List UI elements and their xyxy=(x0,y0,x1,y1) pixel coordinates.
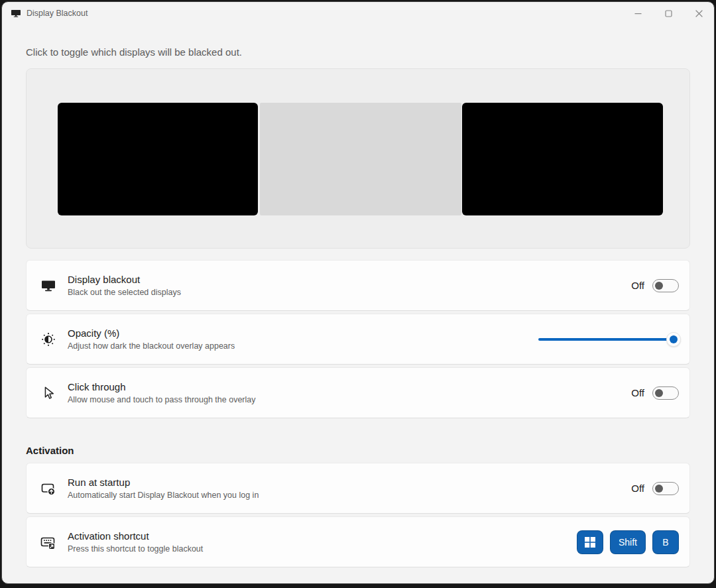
setting-text: Opacity (%) Adjust how dark the blackout… xyxy=(68,327,538,351)
brightness-icon xyxy=(40,331,57,347)
monitor-2[interactable] xyxy=(260,103,461,215)
setting-card-run-at-startup: Run at startup Automatically start Displ… xyxy=(26,463,690,514)
monitor-1[interactable] xyxy=(58,103,258,215)
close-icon xyxy=(695,10,703,17)
display-picker-panel xyxy=(26,68,690,249)
keyboard-shortcut-icon xyxy=(40,534,57,550)
cursor-icon xyxy=(40,385,57,401)
slider-thumb[interactable] xyxy=(666,332,681,347)
app-monitor-icon xyxy=(11,8,21,19)
setting-card-opacity: Opacity (%) Adjust how dark the blackout… xyxy=(26,314,690,365)
setting-subtitle: Adjust how dark the blackout overlay app… xyxy=(68,341,538,351)
window-title: Display Blackout xyxy=(27,9,88,18)
setting-control: Off xyxy=(631,279,679,292)
setting-control xyxy=(538,331,679,348)
startup-icon xyxy=(40,481,57,497)
display-blackout-toggle[interactable] xyxy=(652,279,679,292)
toggle-knob xyxy=(655,282,663,290)
instruction-text: Click to toggle which displays will be b… xyxy=(26,46,690,58)
click-through-toggle[interactable] xyxy=(652,386,679,400)
setting-subtitle: Allow mouse and touch to pass through th… xyxy=(68,395,631,404)
setting-title: Display blackout xyxy=(68,274,631,285)
setting-card-activation-shortcut: Activation shortcut Press this shortcut … xyxy=(26,516,690,567)
minimize-button[interactable] xyxy=(623,2,653,25)
toggle-state-label: Off xyxy=(631,387,644,398)
setting-control: Shift B xyxy=(577,530,679,554)
run-at-startup-toggle[interactable] xyxy=(652,482,679,495)
settings-card-list: Display blackout Black out the selected … xyxy=(26,260,690,418)
maximize-button[interactable] xyxy=(653,2,684,25)
shortcut-key-b[interactable]: B xyxy=(652,530,679,554)
setting-title: Click through xyxy=(68,381,631,392)
toggle-knob xyxy=(655,389,663,397)
app-window: Display Blackout Click to toggle which d… xyxy=(1,1,715,584)
opacity-slider[interactable] xyxy=(538,331,679,348)
setting-title: Activation shortcut xyxy=(68,530,577,542)
setting-text: Activation shortcut Press this shortcut … xyxy=(68,530,577,554)
monitor-icon xyxy=(40,278,57,294)
slider-track xyxy=(538,338,679,341)
setting-text: Display blackout Black out the selected … xyxy=(68,274,631,297)
shortcut-key-shift[interactable]: Shift xyxy=(610,530,646,554)
minimize-icon xyxy=(634,10,642,17)
setting-subtitle: Black out the selected displays xyxy=(68,288,631,297)
close-button[interactable] xyxy=(684,2,714,25)
maximize-icon xyxy=(665,10,672,17)
setting-subtitle: Press this shortcut to toggle blackout xyxy=(68,544,577,554)
toggle-state-label: Off xyxy=(631,280,644,291)
window-controls xyxy=(623,2,714,25)
activation-card-list: Run at startup Automatically start Displ… xyxy=(26,463,690,567)
setting-card-display-blackout: Display blackout Black out the selected … xyxy=(26,260,690,311)
setting-title: Run at startup xyxy=(68,477,631,488)
setting-subtitle: Automatically start Display Blackout whe… xyxy=(68,491,631,500)
activation-section-header: Activation xyxy=(26,445,690,456)
toggle-state-label: Off xyxy=(631,483,644,494)
monitor-3[interactable] xyxy=(462,103,663,215)
setting-text: Click through Allow mouse and touch to p… xyxy=(68,381,631,404)
setting-text: Run at startup Automatically start Displ… xyxy=(68,477,631,500)
toggle-knob xyxy=(655,485,663,493)
setting-control: Off xyxy=(631,386,679,400)
setting-title: Opacity (%) xyxy=(68,327,538,339)
setting-card-click-through: Click through Allow mouse and touch to p… xyxy=(26,367,690,418)
shortcut-key-win[interactable] xyxy=(577,530,603,554)
shortcut-keys: Shift B xyxy=(577,530,679,554)
windows-logo-icon xyxy=(585,537,595,548)
titlebar: Display Blackout xyxy=(2,2,714,25)
setting-control: Off xyxy=(631,482,679,495)
